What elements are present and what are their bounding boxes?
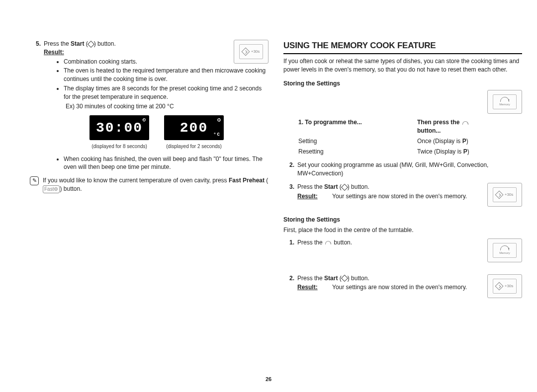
result-label: Result:: [297, 192, 327, 201]
note-icon: ✎: [30, 176, 39, 185]
result-block: Result: Your settings are now stored in …: [297, 192, 482, 201]
note-text-b: button.: [62, 185, 82, 192]
result-bullets: Combination cooking starts. The oven is …: [64, 58, 268, 101]
result-text: Your settings are now stored in the oven…: [332, 283, 467, 292]
step-text-b: button.: [350, 183, 369, 190]
step-number: 3.: [283, 183, 297, 191]
final-bullet: When cooking has finished, the oven will…: [64, 155, 268, 172]
lcd-temp-value: 200: [180, 120, 208, 136]
step-text-b: button.: [350, 275, 369, 282]
start-label: Start: [71, 40, 84, 47]
step-number: 5.: [30, 40, 44, 57]
lcd-captions: (displayed for 8 seconds) (displayed for…: [45, 143, 268, 150]
lcd-temp: ⌬ 200 °C: [164, 115, 224, 140]
example-text: Ex) 30 minutes of cooking time at 200 °C: [66, 102, 268, 111]
start-button-illustration: +30s: [234, 40, 268, 64]
page-number: 26: [0, 376, 537, 382]
step-number: 1.: [283, 238, 297, 247]
result-text: Your settings are now stored in the oven…: [332, 192, 467, 201]
right-column: USING THE MEMORY COOK FEATURE If you oft…: [283, 40, 522, 301]
section-heading: USING THE MEMORY COOK FEATURE: [283, 40, 522, 54]
start-button-illustration: +30s: [487, 183, 522, 207]
diamond-icon: [495, 190, 503, 199]
note: ✎ If you would like to know the current …: [30, 176, 268, 193]
table-row1-b: Once (Display is: [417, 138, 462, 145]
step-number: 2.: [283, 161, 297, 178]
clock-icon: ⏲: [142, 117, 146, 123]
start-diamond-icon: [341, 275, 348, 282]
result-block: Result: Your settings are now stored in …: [297, 283, 482, 292]
diamond-icon: [241, 48, 250, 56]
table-col2-tail: button...: [417, 127, 441, 134]
plus30s-label: +30s: [251, 49, 260, 54]
table-col1-num: 1.: [298, 119, 305, 126]
memory-button-illustration: Memory: [487, 90, 522, 114]
step-text-a: Press the: [297, 275, 324, 282]
step-2: 2. Set your cooking programme as usual (…: [283, 161, 522, 178]
start-diamond-icon: [341, 184, 348, 191]
memory-arc-icon: [500, 245, 509, 250]
lcd-time: ⏲ 30:00: [90, 115, 149, 140]
display-p: P: [462, 138, 466, 145]
start-diamond-icon: [88, 41, 94, 48]
storing2-step-2: 2. Press the Start () button.: [283, 274, 482, 283]
table-col2-header: Then press the: [417, 119, 459, 126]
result-label: Result:: [44, 49, 64, 56]
lcd-time-value: 30:00: [96, 120, 143, 136]
memory-label: Memory: [499, 102, 510, 106]
start-label: Start: [324, 183, 338, 190]
memory-inline-icon: [462, 121, 468, 125]
step-text-a: Press the: [297, 239, 324, 246]
memory-button-illustration: Memory: [487, 238, 522, 262]
result-label: Result:: [297, 283, 327, 292]
step-text: Press the: [44, 40, 71, 47]
fast-preheat-label: Fast Preheat: [229, 177, 265, 184]
fan-icon: ⌬: [217, 117, 221, 123]
step-text-b: button.: [332, 239, 352, 246]
storing-settings-heading: Storing the Settings: [283, 79, 522, 88]
start-label: Start: [324, 275, 338, 282]
table-row2-a: Resetting: [298, 147, 416, 157]
start-button-illustration: +30s: [487, 274, 522, 298]
plus30s-label: +30s: [505, 192, 514, 197]
storing2-step-1: 1. Press the button.: [283, 238, 482, 247]
step-text-a: Press the: [297, 183, 324, 190]
caption-time: (displayed for 8 seconds): [90, 143, 149, 150]
memory-inline-icon: [325, 241, 331, 244]
memory-arc-icon: [500, 97, 509, 102]
plus30s-label: +30s: [505, 283, 514, 289]
step-3: 3. Press the Start () button.: [283, 183, 482, 191]
display-p: P: [463, 148, 467, 155]
diamond-icon: [495, 282, 503, 290]
storing2-intro: First, place the food in the centre of t…: [283, 226, 522, 235]
page-content: +30s 5. Press the Start () button. Resul…: [30, 40, 522, 301]
bullet-item: The oven is heated to the required tempe…: [64, 67, 268, 83]
note-text-a: If you would like to know the current te…: [43, 177, 229, 184]
caption-temp: (displayed for 2 seconds): [164, 143, 224, 150]
memory-label: Memory: [499, 251, 510, 255]
intro-text: If you often cook or reheat the same typ…: [283, 57, 522, 74]
table-row2-b: Twice (Display is: [417, 148, 463, 155]
celsius-mark: °C: [213, 132, 221, 138]
table-row1-a: Setting: [298, 137, 416, 146]
step-text-tail: button.: [96, 40, 116, 47]
table-col1-header: To programme the...: [305, 119, 361, 126]
programme-table: 1. To programme the... Then press the bu…: [297, 117, 536, 157]
lcd-display-row: ⏲ 30:00 ⌬ 200 °C: [45, 115, 268, 140]
bullet-item: When cooking has finished, the oven will…: [64, 155, 268, 172]
fast-preheat-icon: Fast⚙: [43, 185, 60, 193]
left-column: +30s 5. Press the Start () button. Resul…: [30, 40, 268, 301]
storing-settings-heading-2: Storing the Settings: [283, 216, 522, 224]
bullet-item: The display times are 8 seconds for the …: [64, 84, 268, 101]
step-number: 2.: [283, 274, 297, 283]
step-text: Set your cooking programme as usual (MW,…: [297, 161, 522, 178]
step-5: 5. Press the Start () button. Result:: [30, 40, 229, 57]
